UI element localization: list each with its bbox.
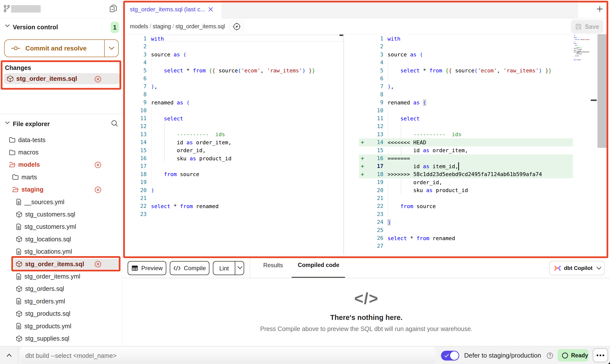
tree-item-data-tests[interactable]: data-tests <box>0 134 122 146</box>
line-number: 1 <box>129 35 147 43</box>
compile-button[interactable]: Compile <box>170 261 209 275</box>
discard-change-icon[interactable] <box>95 76 101 83</box>
tree-item-stg-locations-sql[interactable]: stg_locations.sql <box>0 233 122 245</box>
more-options-button[interactable] <box>593 348 608 362</box>
commit-button-divider <box>104 39 105 57</box>
defer-toggle[interactable] <box>441 351 459 361</box>
code-line[interactable]: renamed as ( <box>388 99 426 106</box>
help-icon[interactable] <box>546 352 553 359</box>
code-line[interactable]: from source <box>151 170 199 178</box>
search-icon[interactable] <box>111 120 118 127</box>
code-line[interactable]: <<<<<<< HEAD <box>388 138 426 146</box>
commit-dropdown-chevron-icon[interactable] <box>108 46 115 50</box>
tree-item-stg-order-items-yml[interactable]: stg_order_items.yml <box>0 270 122 282</box>
tree-item-stg-customers-yml[interactable]: stg_customers.yml <box>0 221 122 233</box>
tab-close-icon[interactable] <box>208 6 214 12</box>
tree-item--sources-yml[interactable]: __sources.yml <box>0 196 122 208</box>
navigate-compass-button[interactable] <box>229 20 244 33</box>
tree-item-stg-products-sql[interactable]: stg_products.sql <box>0 308 122 320</box>
version-control-title[interactable]: Version control <box>13 24 58 31</box>
code-line[interactable]: >>>>>>> 58c1dd23d5eebd9cd2495fa7124ab61b… <box>388 170 542 178</box>
tree-item-stg-orders-yml[interactable]: stg_orders.yml <box>0 295 122 307</box>
code-line[interactable]: select * from {{ source('ecom', 'raw_ite… <box>151 67 315 75</box>
code-line[interactable]: ), <box>151 83 157 90</box>
code-line[interactable]: select * from {{ source('ecom', 'raw_ite… <box>388 67 552 75</box>
lint-button-divider <box>235 262 235 275</box>
code-line[interactable]: ) <box>151 186 154 194</box>
tree-item-stg-products-yml[interactable]: stg_products.yml <box>0 320 122 332</box>
line-number: 18 <box>366 170 383 178</box>
tab-stg-order-items[interactable]: stg_order_items.sql (last c... <box>122 0 221 18</box>
code-line[interactable]: ======= <box>388 154 410 162</box>
tree-item-stg-order-items-sql[interactable]: stg_order_items.sql <box>0 258 122 270</box>
code-line[interactable]: select * from renamed <box>388 234 455 242</box>
code-line[interactable]: ---------- ids <box>388 131 461 138</box>
code-line[interactable]: ), <box>388 83 394 90</box>
chevron-down-icon[interactable] <box>5 121 10 124</box>
changed-file-item[interactable]: stg_order_items.sql <box>4 73 120 84</box>
editor-scrollbar[interactable] <box>597 34 607 148</box>
pane-divider <box>343 34 344 255</box>
commit-icon <box>11 46 20 50</box>
code-line[interactable]: renamed as ( <box>151 99 190 106</box>
code-line[interactable]: id as item_id, <box>388 162 458 170</box>
breadcrumb-staging[interactable]: staging <box>153 23 171 30</box>
minimap-line <box>590 39 590 40</box>
file-explorer-title[interactable]: File explorer <box>13 120 50 128</box>
dbt-copilot-button[interactable]: dbt Copilot <box>549 261 605 275</box>
tree-item-stg-supplies-sql[interactable]: stg_supplies.sql <box>0 332 122 345</box>
indent-guide <box>388 210 389 218</box>
code-line[interactable]: order_id, <box>151 147 206 154</box>
breadcrumb-models[interactable]: models <box>130 23 148 30</box>
new-tab-plus-icon[interactable] <box>596 6 603 12</box>
tree-item-macros[interactable]: macros <box>0 146 122 158</box>
tree-item-staging[interactable]: staging <box>0 183 122 196</box>
tree-item-stg-customers-sql[interactable]: stg_customers.sql <box>0 208 122 220</box>
line-number: 12 <box>366 122 383 130</box>
discard-change-icon[interactable] <box>95 162 101 168</box>
copy-icon[interactable] <box>109 4 118 14</box>
code-line[interactable]: sku as product_id <box>151 154 231 162</box>
indent-guide <box>388 122 389 130</box>
lint-button[interactable]: Lint <box>213 261 244 275</box>
code-line[interactable]: id as order_item, <box>151 138 231 146</box>
code-line[interactable]: ) <box>388 218 391 226</box>
merge-conflict-editor[interactable]: ++++1with23source as (45 select * from {… <box>122 34 610 255</box>
save-button[interactable]: Save <box>571 20 603 33</box>
code-line[interactable]: select <box>388 115 420 122</box>
tree-item-models[interactable]: models <box>0 159 122 171</box>
code-line[interactable]: id as order_item, <box>388 147 468 154</box>
lint-dropdown-chevron-icon[interactable] <box>237 266 243 270</box>
tree-item-marts[interactable]: marts <box>0 171 122 183</box>
preview-button[interactable]: Preview <box>128 261 166 275</box>
tree-item-stg-orders-sql[interactable]: stg_orders.sql <box>0 283 122 295</box>
code-line[interactable]: source as ( <box>151 51 186 59</box>
code-line[interactable]: from source <box>388 202 436 210</box>
branch-name-redacted[interactable] <box>11 5 41 13</box>
discard-change-icon[interactable] <box>95 186 101 193</box>
chevron-up-icon[interactable] <box>6 353 12 357</box>
divider <box>250 258 250 278</box>
version-control-badge: 1 <box>111 22 119 33</box>
chevron-down-icon[interactable] <box>5 24 10 27</box>
text-cursor <box>458 162 459 170</box>
tab-results[interactable]: Results <box>255 262 291 269</box>
code-line[interactable]: with <box>388 35 400 43</box>
tab-compiled-code[interactable]: Compiled code <box>292 262 345 268</box>
tree-item-stg-locations-yml[interactable]: stg_locations.yml <box>0 246 122 258</box>
breadcrumb-file[interactable]: stg_order_items.sql <box>175 23 225 30</box>
divider <box>18 346 18 364</box>
code-line[interactable]: sku as product_id <box>388 186 468 194</box>
code-line[interactable]: ---------- ids <box>151 131 225 138</box>
discard-change-icon[interactable] <box>95 261 101 267</box>
code-line[interactable]: select <box>151 115 183 122</box>
commit-and-resolve-button[interactable]: Commit and resolve <box>4 39 119 57</box>
code-line[interactable]: source as ( <box>388 51 423 59</box>
code-line[interactable]: order_id, <box>388 178 442 186</box>
code-line[interactable]: with <box>151 35 164 43</box>
line-number: 22 <box>129 202 147 210</box>
line-number: 18 <box>129 170 147 178</box>
changed-file-name: stg_order_items.sql <box>16 75 77 83</box>
minimap-line <box>579 54 582 54</box>
code-line[interactable]: select * from renamed <box>151 202 219 210</box>
